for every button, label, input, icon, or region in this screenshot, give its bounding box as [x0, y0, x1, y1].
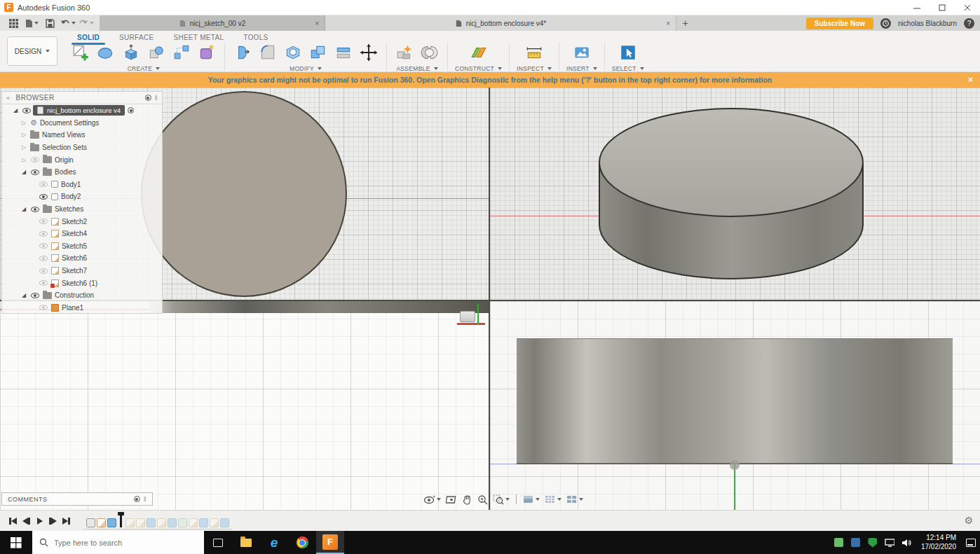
timeline-feature-extrude-icon[interactable] [147, 518, 156, 527]
insert-button[interactable] [571, 42, 592, 63]
browser-item-body2[interactable]: Body2 [2, 191, 162, 203]
expand-arrow-icon[interactable]: ▷ [19, 132, 29, 138]
orbit-icon[interactable] [423, 494, 441, 505]
grid-settings-icon[interactable] [545, 494, 562, 504]
subscribe-button[interactable]: Subscribe Now [806, 18, 873, 29]
redo-icon[interactable] [79, 17, 94, 29]
visibility-eye-icon[interactable] [39, 280, 48, 286]
task-view-button[interactable] [204, 531, 232, 554]
timeline-feature-sketch-icon[interactable] [210, 518, 219, 527]
document-tab-2[interactable]: nicj_bottom enclosure v4* × [325, 15, 676, 31]
help-icon[interactable]: ? [964, 18, 974, 29]
offset-face-button[interactable] [333, 42, 354, 63]
timeline-feature-sketch-icon[interactable] [125, 518, 135, 527]
measure-button[interactable] [524, 42, 545, 63]
tab-1-close-icon[interactable]: × [315, 20, 319, 27]
pattern-button[interactable] [171, 42, 192, 63]
visibility-eye-icon[interactable] [39, 194, 48, 200]
browser-root-item[interactable]: ◢ nicj_bottom enclosure v4 [2, 104, 162, 117]
taskbar-clock[interactable]: 12:14 PM 17/02/2020 [918, 534, 959, 551]
collapse-panel-icon[interactable]: « [6, 95, 11, 102]
timeline-go-to-start-button[interactable] [7, 515, 19, 527]
timeline-play-button[interactable] [34, 515, 46, 527]
expand-arrow-icon[interactable]: ◢ [19, 169, 29, 175]
taskbar-search[interactable] [32, 531, 204, 554]
visibility-eye-icon[interactable] [39, 219, 48, 224]
timeline-feature-extrude-icon[interactable] [220, 518, 229, 527]
timeline-feature-sketch-icon[interactable] [189, 518, 198, 527]
look-at-icon[interactable] [446, 494, 457, 505]
create-plastic-button[interactable] [196, 42, 217, 63]
action-center-icon[interactable] [966, 538, 976, 548]
extrude-button[interactable] [121, 42, 142, 63]
timeline-features[interactable] [83, 513, 232, 529]
timeline-step-back-button[interactable] [20, 515, 32, 527]
visibility-eye-icon[interactable] [39, 268, 48, 274]
inspect-menu[interactable]: INSPECT [517, 65, 552, 72]
banner-close-icon[interactable]: × [968, 75, 973, 85]
joint-button[interactable] [419, 42, 440, 63]
visibility-eye-icon[interactable] [31, 169, 39, 175]
new-component-button[interactable] [394, 42, 415, 63]
browser-item-sketch6[interactable]: Sketch6 [2, 252, 162, 265]
timeline-feature-extrude-icon[interactable] [168, 518, 177, 527]
timeline-feature-plane-icon[interactable] [86, 518, 95, 527]
file-menu-icon[interactable] [24, 17, 39, 29]
timeline-feature-extrude-icon[interactable] [199, 518, 208, 527]
visibility-eye-icon[interactable] [31, 157, 39, 162]
create-menu[interactable]: CREATE [128, 65, 161, 72]
visibility-eye-icon[interactable] [39, 243, 48, 249]
timeline-settings-gear-icon[interactable]: ⚙ [964, 515, 973, 526]
viewport-front-view[interactable] [490, 301, 980, 510]
browser-item-sketch6-1[interactable]: Sketch6 (1) [2, 277, 162, 289]
maximize-button[interactable] [930, 0, 955, 15]
expand-arrow-icon[interactable]: ◢ [19, 292, 29, 298]
visibility-eye-icon[interactable] [39, 305, 48, 310]
browser-header[interactable]: « BROWSER ‖ [2, 92, 162, 104]
timeline-feature-extrude-icon[interactable] [107, 518, 116, 527]
browser-item-plane1[interactable]: Plane1 [2, 302, 162, 314]
browser-item-sketch7[interactable]: Sketch7 [2, 265, 162, 277]
expand-arrow-icon[interactable]: ▷ [19, 144, 29, 151]
origin-marker[interactable] [460, 311, 475, 322]
workspace-switcher[interactable]: DESIGN [7, 36, 57, 66]
close-button[interactable] [955, 0, 980, 15]
new-tab-button[interactable]: + [676, 15, 694, 31]
timeline-feature-playhead-icon[interactable] [120, 512, 122, 527]
zoom-window-icon[interactable] [493, 494, 510, 505]
browser-item-sketch5[interactable]: Sketch5 [2, 240, 162, 253]
display-settings-icon[interactable] [523, 494, 540, 504]
tray-app-icon[interactable] [834, 538, 844, 548]
browser-item-body1[interactable]: Body1 [2, 179, 162, 191]
search-input[interactable] [54, 539, 180, 547]
visibility-eye-icon[interactable] [39, 231, 48, 237]
browser-item-document-settings[interactable]: ▷ ⚙ Document Settings [2, 117, 162, 130]
browser-item-selection-sets[interactable]: ▷ Selection Sets [2, 141, 162, 154]
visibility-eye-icon[interactable] [31, 293, 39, 298]
viewport-bottom-left[interactable] [0, 301, 489, 510]
timeline-feature-sketch-icon[interactable] [157, 518, 166, 527]
minimize-button[interactable] [904, 0, 930, 15]
shell-button[interactable] [283, 42, 304, 63]
viewports-icon[interactable] [566, 494, 583, 504]
app-grid-icon[interactable] [6, 17, 21, 29]
revolve-button[interactable] [146, 42, 167, 63]
browser-item-construction[interactable]: ◢ Construction [2, 289, 162, 302]
fillet-button[interactable] [257, 42, 278, 63]
select-menu[interactable]: SELECT [612, 65, 644, 72]
file-explorer-button[interactable] [232, 531, 260, 554]
comments-panel[interactable]: COMMENTS ‖ [1, 492, 153, 506]
select-button[interactable] [618, 42, 639, 63]
timeline-feature-sketch-icon[interactable] [136, 518, 145, 527]
press-pull-button[interactable] [232, 42, 253, 63]
comments-grip[interactable]: ‖ [144, 496, 147, 503]
job-status-icon[interactable] [880, 18, 891, 29]
pan-icon[interactable] [462, 494, 472, 505]
visibility-eye-icon[interactable] [22, 108, 31, 113]
create-sketch-button[interactable] [70, 42, 91, 63]
browser-item-sketch4[interactable]: Sketch4 [2, 228, 162, 240]
browser-item-bodies[interactable]: ◢ Bodies [2, 166, 162, 179]
visibility-eye-icon[interactable] [39, 256, 48, 261]
expand-arrow-icon[interactable]: ◢ [19, 206, 29, 212]
cylinder-top-view[interactable] [141, 91, 347, 297]
